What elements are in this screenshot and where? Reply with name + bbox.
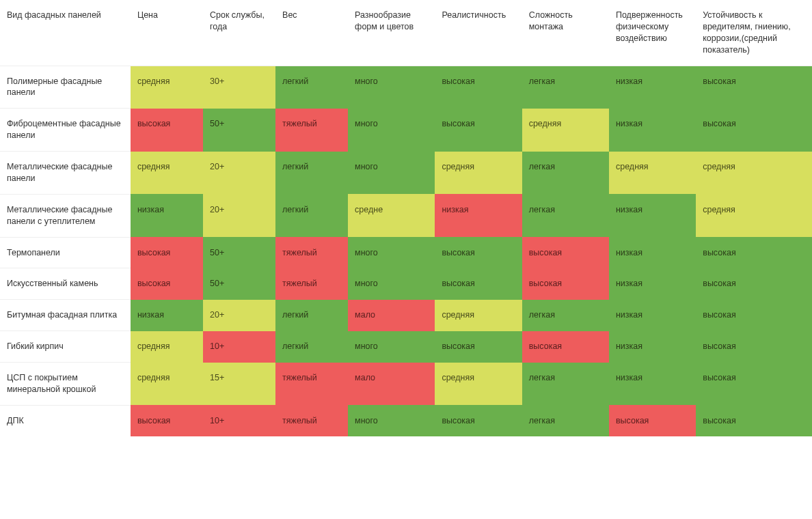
table-cell: 20+ — [203, 152, 275, 195]
table-cell: легкий — [275, 331, 348, 363]
table-cell: легкая — [522, 66, 609, 109]
table-cell: много — [348, 152, 435, 195]
table-cell: 10+ — [203, 331, 275, 363]
table-cell: высокая — [696, 237, 812, 268]
row-header: ДПК — [0, 405, 131, 436]
table-cell: много — [348, 109, 435, 152]
table-cell: 10+ — [203, 405, 275, 436]
table-cell: 50+ — [203, 268, 275, 300]
table-cell: высокая — [609, 405, 696, 436]
table-cell: высокая — [696, 109, 812, 152]
table-cell: средне — [348, 194, 435, 237]
table-cell: высокая — [696, 300, 812, 331]
table-cell: мало — [348, 363, 435, 406]
table-cell: 50+ — [203, 237, 275, 268]
table-cell: высокая — [131, 405, 203, 436]
table-cell: легкая — [522, 363, 609, 406]
table-cell: средняя — [435, 363, 522, 406]
table-cell: легкая — [522, 300, 609, 331]
header-lifespan: Срок службы, года — [203, 0, 275, 66]
table-cell: средняя — [131, 152, 203, 195]
table-body: Полимерные фасадные панелисредняя30+легк… — [0, 66, 812, 436]
table-cell: 20+ — [203, 194, 275, 237]
table-cell: низкая — [609, 194, 696, 237]
table-cell: много — [348, 268, 435, 300]
header-variety: Разнообразие форм и цветов — [348, 0, 435, 66]
table-cell: низкая — [609, 331, 696, 363]
table-cell: легкий — [275, 194, 348, 237]
table-cell: много — [348, 66, 435, 109]
table-row: Гибкий кирпичсредняя10+легкиймноговысока… — [0, 331, 812, 363]
table-cell: средняя — [696, 152, 812, 195]
facade-panels-comparison-table: Вид фасадных панелей Цена Срок службы, г… — [0, 0, 812, 436]
table-cell: легкий — [275, 152, 348, 195]
table-cell: высокая — [696, 66, 812, 109]
table-cell: тяжелый — [275, 363, 348, 406]
table-cell: легкая — [522, 194, 609, 237]
table-cell: высокая — [696, 268, 812, 300]
table-cell: низкая — [609, 237, 696, 268]
table-cell: средняя — [435, 300, 522, 331]
table-cell: низкая — [609, 268, 696, 300]
table-cell: низкая — [609, 300, 696, 331]
table-cell: 15+ — [203, 363, 275, 406]
table-cell: легкий — [275, 66, 348, 109]
table-cell: высокая — [522, 237, 609, 268]
row-header: Гибкий кирпич — [0, 331, 131, 363]
table-row: Термопанеливысокая50+тяжелыймноговысокая… — [0, 237, 812, 268]
table-row: Металлические фасадные панели с утеплите… — [0, 194, 812, 237]
header-resistance: Устойчивость к вредителям, гниению, корр… — [696, 0, 812, 66]
table-cell: низкая — [131, 194, 203, 237]
table-cell: много — [348, 237, 435, 268]
table-cell: высокая — [522, 268, 609, 300]
row-header: Металлические фасадные панели с утеплите… — [0, 194, 131, 237]
table-cell: средняя — [131, 331, 203, 363]
table-cell: низкая — [609, 66, 696, 109]
row-header: Фиброцементные фасадные панели — [0, 109, 131, 152]
table-cell: высокая — [696, 331, 812, 363]
table-cell: высокая — [435, 237, 522, 268]
table-cell: высокая — [131, 109, 203, 152]
header-panel-type: Вид фасадных панелей — [0, 0, 131, 66]
table-row: Искусственный каменьвысокая50+тяжелыймно… — [0, 268, 812, 300]
header-physical-exposure: Подверженность физическому воздействию — [609, 0, 696, 66]
table-cell: 50+ — [203, 109, 275, 152]
header-install-difficulty: Сложность монтажа — [522, 0, 609, 66]
table-cell: легкий — [275, 300, 348, 331]
table-cell: средняя — [609, 152, 696, 195]
table-cell: высокая — [131, 268, 203, 300]
table-cell: легкая — [522, 405, 609, 436]
table-cell: высокая — [696, 405, 812, 436]
table-cell: высокая — [435, 405, 522, 436]
table-cell: средняя — [522, 109, 609, 152]
table-cell: высокая — [435, 66, 522, 109]
table-cell: средняя — [696, 194, 812, 237]
table-cell: тяжелый — [275, 109, 348, 152]
table-cell: тяжелый — [275, 237, 348, 268]
table-cell: низкая — [435, 194, 522, 237]
row-header: Битумная фасадная плитка — [0, 300, 131, 331]
table-row: Битумная фасадная плитканизкая20+легкийм… — [0, 300, 812, 331]
table-cell: мало — [348, 300, 435, 331]
table-cell: 30+ — [203, 66, 275, 109]
row-header: Полимерные фасадные панели — [0, 66, 131, 109]
table-cell: много — [348, 405, 435, 436]
table-cell: высокая — [435, 331, 522, 363]
table-cell: высокая — [131, 237, 203, 268]
row-header: Термопанели — [0, 237, 131, 268]
table-row: Фиброцементные фасадные панеливысокая50+… — [0, 109, 812, 152]
row-header: Металлические фасадные панели — [0, 152, 131, 195]
table-cell: высокая — [435, 268, 522, 300]
table-cell: тяжелый — [275, 405, 348, 436]
table-cell: средняя — [435, 152, 522, 195]
table-row: Полимерные фасадные панелисредняя30+легк… — [0, 66, 812, 109]
table-cell: высокая — [435, 109, 522, 152]
table-cell: легкая — [522, 152, 609, 195]
table-cell: высокая — [696, 363, 812, 406]
row-header: Искусственный камень — [0, 268, 131, 300]
table-row: ДПКвысокая10+тяжелыймноговысокаялегкаявы… — [0, 405, 812, 436]
table-cell: низкая — [609, 363, 696, 406]
table-cell: средняя — [131, 66, 203, 109]
table-row: Металлические фасадные панелисредняя20+л… — [0, 152, 812, 195]
table-cell: высокая — [522, 331, 609, 363]
